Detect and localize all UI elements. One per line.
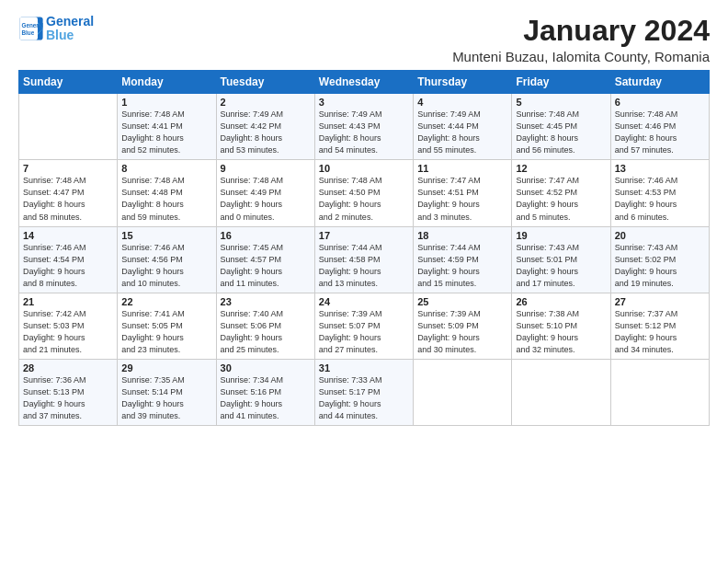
day-info: Sunrise: 7:46 AMSunset: 4:53 PMDaylight:… xyxy=(615,175,705,223)
week-row-5: 28 Sunrise: 7:36 AMSunset: 5:13 PMDaylig… xyxy=(19,359,710,425)
day-info: Sunrise: 7:45 AMSunset: 4:57 PMDaylight:… xyxy=(221,242,311,290)
cell-w3-d6: 19 Sunrise: 7:43 AMSunset: 5:01 PMDaylig… xyxy=(512,226,610,293)
day-number: 23 xyxy=(221,296,311,307)
day-info: Sunrise: 7:34 AMSunset: 5:16 PMDaylight:… xyxy=(221,374,311,422)
cell-w5-d1: 28 Sunrise: 7:36 AMSunset: 5:13 PMDaylig… xyxy=(19,359,118,425)
cell-w4-d7: 27 Sunrise: 7:37 AMSunset: 5:12 PMDaylig… xyxy=(610,293,709,359)
day-info: Sunrise: 7:37 AMSunset: 5:12 PMDaylight:… xyxy=(615,308,705,356)
day-number: 6 xyxy=(615,97,705,108)
cell-w4-d5: 25 Sunrise: 7:39 AMSunset: 5:09 PMDaylig… xyxy=(414,293,512,359)
col-monday: Monday xyxy=(118,71,216,94)
day-info: Sunrise: 7:49 AMSunset: 4:44 PMDaylight:… xyxy=(417,109,507,156)
day-number: 9 xyxy=(221,163,311,174)
calendar-page: General Blue GeneralBlue January 2024 Mu… xyxy=(0,0,728,563)
cell-w2-d6: 12 Sunrise: 7:47 AMSunset: 4:52 PMDaylig… xyxy=(512,160,610,226)
day-number: 8 xyxy=(121,163,211,174)
day-number: 27 xyxy=(615,296,705,307)
header-row: Sunday Monday Tuesday Wednesday Thursday… xyxy=(19,71,710,94)
week-row-1: 1 Sunrise: 7:48 AMSunset: 4:41 PMDayligh… xyxy=(19,94,710,160)
cell-w5-d2: 29 Sunrise: 7:35 AMSunset: 5:14 PMDaylig… xyxy=(118,359,216,425)
cell-w3-d3: 16 Sunrise: 7:45 AMSunset: 4:57 PMDaylig… xyxy=(216,226,314,293)
day-number: 30 xyxy=(221,362,311,373)
header: General Blue GeneralBlue January 2024 Mu… xyxy=(18,15,710,64)
cell-w1-d4: 3 Sunrise: 7:49 AMSunset: 4:43 PMDayligh… xyxy=(314,94,413,160)
day-number: 22 xyxy=(121,296,211,307)
svg-text:Blue: Blue xyxy=(22,29,35,36)
cell-w1-d3: 2 Sunrise: 7:49 AMSunset: 4:42 PMDayligh… xyxy=(216,94,314,160)
calendar-header: Sunday Monday Tuesday Wednesday Thursday… xyxy=(19,71,710,94)
cell-w3-d2: 15 Sunrise: 7:46 AMSunset: 4:56 PMDaylig… xyxy=(118,226,216,293)
logo-icon: General Blue xyxy=(18,16,44,41)
day-number: 5 xyxy=(516,97,606,108)
col-wednesday: Wednesday xyxy=(314,71,413,94)
day-info: Sunrise: 7:43 AMSunset: 5:01 PMDaylight:… xyxy=(516,242,606,290)
week-row-3: 14 Sunrise: 7:46 AMSunset: 4:54 PMDaylig… xyxy=(19,226,710,293)
cell-w4-d3: 23 Sunrise: 7:40 AMSunset: 5:06 PMDaylig… xyxy=(216,293,314,359)
col-saturday: Saturday xyxy=(610,71,709,94)
cell-w3-d7: 20 Sunrise: 7:43 AMSunset: 5:02 PMDaylig… xyxy=(610,226,709,293)
cell-w1-d1 xyxy=(19,94,118,160)
day-number: 21 xyxy=(23,296,113,307)
day-info: Sunrise: 7:46 AMSunset: 4:54 PMDaylight:… xyxy=(23,242,113,290)
cell-w3-d5: 18 Sunrise: 7:44 AMSunset: 4:59 PMDaylig… xyxy=(414,226,512,293)
day-number: 20 xyxy=(615,230,705,241)
day-info: Sunrise: 7:41 AMSunset: 5:05 PMDaylight:… xyxy=(121,308,211,356)
month-title: January 2024 xyxy=(452,15,710,47)
day-info: Sunrise: 7:44 AMSunset: 4:59 PMDaylight:… xyxy=(417,242,507,290)
logo: General Blue GeneralBlue xyxy=(18,15,94,43)
day-number: 2 xyxy=(221,97,311,108)
cell-w2-d7: 13 Sunrise: 7:46 AMSunset: 4:53 PMDaylig… xyxy=(610,160,709,226)
day-number: 28 xyxy=(23,362,113,373)
col-friday: Friday xyxy=(512,71,610,94)
cell-w4-d1: 21 Sunrise: 7:42 AMSunset: 5:03 PMDaylig… xyxy=(19,293,118,359)
day-info: Sunrise: 7:43 AMSunset: 5:02 PMDaylight:… xyxy=(615,242,705,290)
day-number: 26 xyxy=(516,296,606,307)
day-number: 3 xyxy=(319,97,409,108)
day-info: Sunrise: 7:48 AMSunset: 4:49 PMDaylight:… xyxy=(221,175,311,223)
day-info: Sunrise: 7:48 AMSunset: 4:46 PMDaylight:… xyxy=(615,109,705,156)
day-info: Sunrise: 7:46 AMSunset: 4:56 PMDaylight:… xyxy=(121,242,211,290)
cell-w1-d2: 1 Sunrise: 7:48 AMSunset: 4:41 PMDayligh… xyxy=(118,94,216,160)
cell-w4-d2: 22 Sunrise: 7:41 AMSunset: 5:05 PMDaylig… xyxy=(118,293,216,359)
week-row-2: 7 Sunrise: 7:48 AMSunset: 4:47 PMDayligh… xyxy=(19,160,710,226)
col-tuesday: Tuesday xyxy=(216,71,314,94)
location-title: Munteni Buzau, Ialomita County, Romania xyxy=(452,49,710,64)
day-number: 1 xyxy=(121,97,211,108)
day-number: 16 xyxy=(221,230,311,241)
day-number: 4 xyxy=(417,97,507,108)
day-info: Sunrise: 7:49 AMSunset: 4:43 PMDaylight:… xyxy=(319,109,409,156)
day-info: Sunrise: 7:42 AMSunset: 5:03 PMDaylight:… xyxy=(23,308,113,356)
day-number: 13 xyxy=(615,163,705,174)
day-number: 18 xyxy=(417,230,507,241)
cell-w5-d4: 31 Sunrise: 7:33 AMSunset: 5:17 PMDaylig… xyxy=(314,359,413,425)
calendar-body: 1 Sunrise: 7:48 AMSunset: 4:41 PMDayligh… xyxy=(19,94,710,426)
calendar-table: Sunday Monday Tuesday Wednesday Thursday… xyxy=(18,70,710,426)
day-number: 15 xyxy=(121,230,211,241)
day-info: Sunrise: 7:48 AMSunset: 4:45 PMDaylight:… xyxy=(516,109,606,156)
day-number: 25 xyxy=(417,296,507,307)
day-number: 24 xyxy=(319,296,409,307)
cell-w4-d6: 26 Sunrise: 7:38 AMSunset: 5:10 PMDaylig… xyxy=(512,293,610,359)
day-info: Sunrise: 7:48 AMSunset: 4:50 PMDaylight:… xyxy=(319,175,409,223)
col-thursday: Thursday xyxy=(414,71,512,94)
day-info: Sunrise: 7:35 AMSunset: 5:14 PMDaylight:… xyxy=(121,374,211,422)
day-info: Sunrise: 7:38 AMSunset: 5:10 PMDaylight:… xyxy=(516,308,606,356)
cell-w1-d5: 4 Sunrise: 7:49 AMSunset: 4:44 PMDayligh… xyxy=(414,94,512,160)
cell-w1-d6: 5 Sunrise: 7:48 AMSunset: 4:45 PMDayligh… xyxy=(512,94,610,160)
day-info: Sunrise: 7:39 AMSunset: 5:09 PMDaylight:… xyxy=(417,308,507,356)
cell-w3-d1: 14 Sunrise: 7:46 AMSunset: 4:54 PMDaylig… xyxy=(19,226,118,293)
day-info: Sunrise: 7:47 AMSunset: 4:51 PMDaylight:… xyxy=(417,175,507,223)
cell-w2-d4: 10 Sunrise: 7:48 AMSunset: 4:50 PMDaylig… xyxy=(314,160,413,226)
day-info: Sunrise: 7:48 AMSunset: 4:47 PMDaylight:… xyxy=(23,175,113,223)
day-info: Sunrise: 7:39 AMSunset: 5:07 PMDaylight:… xyxy=(319,308,409,356)
cell-w5-d6 xyxy=(512,359,610,425)
day-info: Sunrise: 7:36 AMSunset: 5:13 PMDaylight:… xyxy=(23,374,113,422)
day-info: Sunrise: 7:48 AMSunset: 4:48 PMDaylight:… xyxy=(121,175,211,223)
cell-w1-d7: 6 Sunrise: 7:48 AMSunset: 4:46 PMDayligh… xyxy=(610,94,709,160)
cell-w5-d5 xyxy=(414,359,512,425)
day-info: Sunrise: 7:44 AMSunset: 4:58 PMDaylight:… xyxy=(319,242,409,290)
cell-w2-d3: 9 Sunrise: 7:48 AMSunset: 4:49 PMDayligh… xyxy=(216,160,314,226)
day-info: Sunrise: 7:33 AMSunset: 5:17 PMDaylight:… xyxy=(319,374,409,422)
cell-w3-d4: 17 Sunrise: 7:44 AMSunset: 4:58 PMDaylig… xyxy=(314,226,413,293)
title-section: January 2024 Munteni Buzau, Ialomita Cou… xyxy=(452,15,710,64)
